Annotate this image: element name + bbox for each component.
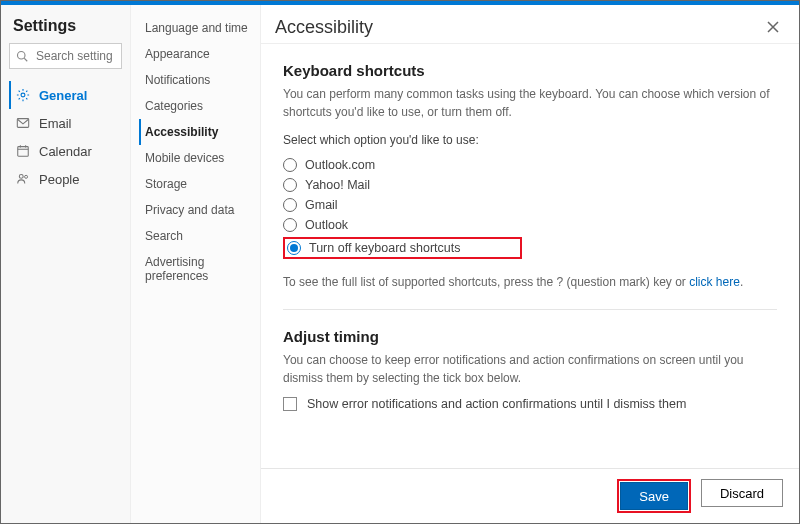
window-body: Settings General Email [1,5,799,523]
nav-item-people[interactable]: People [9,165,122,193]
search-field[interactable] [9,43,122,69]
subnav-item-mobile-devices[interactable]: Mobile devices [139,145,252,171]
subnav-item-language-time[interactable]: Language and time [139,15,252,41]
gear-icon [15,87,31,103]
checkbox-label: Show error notifications and action conf… [307,397,686,411]
subnav-item-storage[interactable]: Storage [139,171,252,197]
discard-button[interactable]: Discard [701,479,783,507]
subnav-item-accessibility[interactable]: Accessibility [139,119,252,145]
save-button[interactable]: Save [620,482,688,510]
secondary-sidebar: Language and time Appearance Notificatio… [131,5,261,523]
radio-icon [287,241,301,255]
radio-option-outlook[interactable]: Outlook [283,215,777,235]
highlighted-save-button: Save [617,479,691,513]
calendar-icon [15,143,31,159]
panel-header: Accessibility [261,5,799,43]
radio-icon [283,158,297,172]
settings-window: Settings General Email [0,0,800,524]
radio-label: Outlook [305,218,348,232]
radio-icon [283,218,297,232]
checkbox-icon [283,397,297,411]
section-description: You can choose to keep error notificatio… [283,351,777,387]
checkbox-show-confirmations[interactable]: Show error notifications and action conf… [283,397,777,411]
highlighted-radio-option: Turn off keyboard shortcuts [283,237,522,259]
primary-sidebar: Settings General Email [1,5,131,523]
nav-label: General [39,88,87,103]
subnav-item-categories[interactable]: Categories [139,93,252,119]
page-title: Settings [13,17,122,35]
nav-label: Email [39,116,72,131]
section-description: You can perform many common tasks using … [283,85,777,121]
subnav-item-search[interactable]: Search [139,223,252,249]
svg-point-9 [25,175,28,178]
radio-option-yahoo[interactable]: Yahoo! Mail [283,175,777,195]
radio-icon [283,178,297,192]
section-keyboard-shortcuts: Keyboard shortcuts You can perform many … [283,62,777,291]
svg-rect-4 [18,147,29,157]
click-here-link[interactable]: click here [689,275,740,289]
panel-title: Accessibility [275,17,373,38]
nav-item-calendar[interactable]: Calendar [9,137,122,165]
search-icon [16,50,28,62]
subnav-item-advertising[interactable]: Advertising preferences [139,249,252,289]
content-panel: Accessibility Keyboard shortcuts You can… [261,5,799,523]
radio-label: Yahoo! Mail [305,178,370,192]
radio-label: Outlook.com [305,158,375,172]
secondary-nav: Language and time Appearance Notificatio… [139,15,252,289]
panel-footer: Save Discard [261,468,799,523]
radio-option-gmail[interactable]: Gmail [283,195,777,215]
close-icon [766,20,780,34]
radio-group-label: Select which option you'd like to use: [283,131,777,149]
panel-body: Keyboard shortcuts You can perform many … [261,43,799,468]
nav-label: People [39,172,79,187]
radio-option-turn-off[interactable]: Turn off keyboard shortcuts [287,241,460,255]
svg-line-1 [24,58,27,61]
nav-item-email[interactable]: Email [9,109,122,137]
people-icon [15,171,31,187]
mail-icon [15,115,31,131]
subnav-item-notifications[interactable]: Notifications [139,67,252,93]
section-heading: Adjust timing [283,328,777,345]
nav-label: Calendar [39,144,92,159]
section-adjust-timing: Adjust timing You can choose to keep err… [283,328,777,411]
section-heading: Keyboard shortcuts [283,62,777,79]
primary-nav: General Email Calendar [9,81,122,193]
radio-icon [283,198,297,212]
section-divider [283,309,777,310]
radio-label: Turn off keyboard shortcuts [309,241,460,255]
search-input[interactable] [34,48,115,64]
subnav-item-appearance[interactable]: Appearance [139,41,252,67]
close-button[interactable] [761,15,785,39]
svg-point-8 [19,174,23,178]
shortcuts-help-text: To see the full list of supported shortc… [283,273,777,291]
nav-item-general[interactable]: General [9,81,122,109]
radio-label: Gmail [305,198,338,212]
radio-option-outlookcom[interactable]: Outlook.com [283,155,777,175]
svg-point-2 [21,93,25,97]
subnav-item-privacy-data[interactable]: Privacy and data [139,197,252,223]
svg-point-0 [18,52,26,60]
